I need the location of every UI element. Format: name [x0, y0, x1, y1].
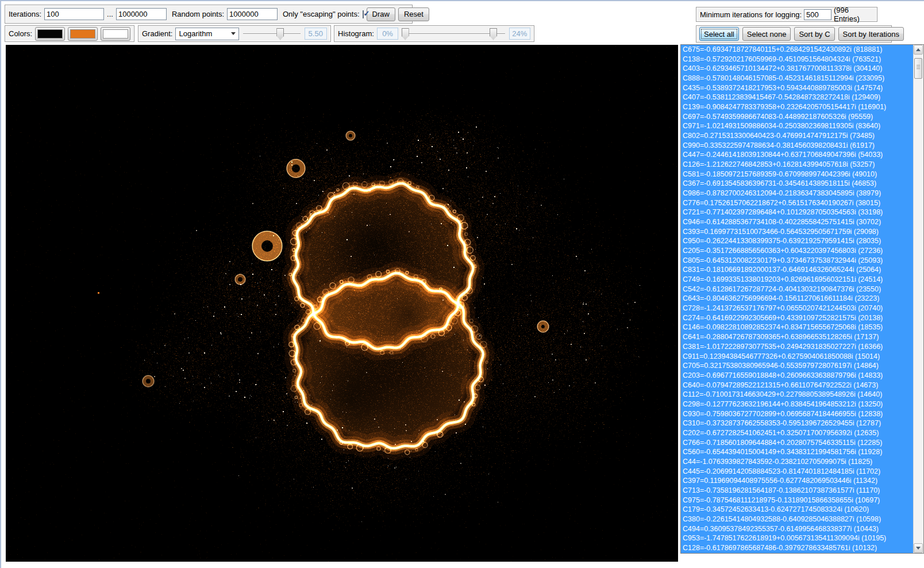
- list-item[interactable]: C139=-0.9084247783379358+0.2326420570515…: [681, 102, 913, 112]
- histogram-high-thumb[interactable]: [490, 28, 497, 40]
- list-item[interactable]: C381=-1.0172228973077535+0.2494293183502…: [681, 342, 913, 352]
- list-item[interactable]: C397=0.11969094408975556-0.6277482069503…: [681, 476, 913, 486]
- iterations-toolbar: Iterations: ... Random points: Only "esc…: [5, 5, 413, 24]
- sort-by-iterations-button[interactable]: Sort by Iterations: [838, 27, 904, 41]
- list-item[interactable]: C675=-0.6934718727840115+0.2684291542430…: [681, 45, 913, 55]
- list-item[interactable]: C203=-0.6967716559018848+0.2609663363887…: [681, 371, 913, 381]
- list-item[interactable]: C911=0.12394384546777326+0.6275904061850…: [681, 352, 913, 362]
- list-item[interactable]: C953=-1.7478517622618919+0.0056731354113…: [681, 534, 913, 543]
- black-swatch-fill: [37, 29, 63, 39]
- gradient-slider[interactable]: [242, 28, 302, 40]
- list-item[interactable]: C310=-0.37328737662558353-0.595139672652…: [681, 419, 913, 428]
- sort-by-c-button[interactable]: Sort by C: [794, 27, 834, 41]
- min-iterations-input[interactable]: [804, 9, 831, 20]
- list-item[interactable]: C643=-0.8046362756996694-0.1561127061661…: [681, 294, 913, 304]
- list-item[interactable]: C128=-0.6178697865687486-0.3979278633485…: [681, 543, 913, 553]
- gradient-slider-track[interactable]: [243, 33, 301, 34]
- list-item[interactable]: C393=0.16997731510073466-0.5645329505671…: [681, 227, 913, 237]
- list-item[interactable]: C380=-0.22615414804932588-0.640928504638…: [681, 515, 913, 524]
- log-entries-list: C675=-0.6934718727840115+0.2684291542430…: [680, 44, 924, 554]
- scroll-up-icon: [916, 48, 921, 51]
- list-item[interactable]: C447=-0.24461418039130844+0.637170684904…: [681, 150, 913, 160]
- list-item[interactable]: C641=-0.28804726787309365+0.638966535128…: [681, 332, 913, 342]
- scroll-up-button[interactable]: [914, 45, 923, 55]
- gradient-panel: Gradient: Logarithm 5.50: [138, 25, 331, 42]
- list-item[interactable]: C274=-0.6416922992305669+0.4339109725282…: [681, 313, 913, 323]
- list-item[interactable]: C112=-0.7100173146630429+0.2279880538954…: [681, 390, 913, 400]
- list-item[interactable]: C805=-0.6453120082230179+0.3734673753873…: [681, 256, 913, 266]
- white-swatch-fill: [103, 29, 128, 39]
- list-item[interactable]: C749=-0.16993351338019203+0.826961695603…: [681, 275, 913, 285]
- min-iterations-label: Minimum iterations for logging:: [700, 10, 802, 19]
- list-item[interactable]: C494=0.36095378492355357-0.6149956468338…: [681, 524, 913, 534]
- log-entries-rows: C675=-0.6934718727840115+0.2684291542430…: [681, 45, 913, 553]
- list-item[interactable]: C971=-1.0214931509886034-0.2503802369811…: [681, 121, 913, 131]
- list-item[interactable]: C407=-0.5381123839415467-0.5428487328272…: [681, 93, 913, 102]
- list-item[interactable]: C802=0.2715313300640423-0.47699147479121…: [681, 131, 913, 141]
- colors-panel: Colors:: [5, 25, 134, 42]
- gradient-value: 5.50: [305, 28, 327, 40]
- list-item[interactable]: C990=0.3353225974788634-0.38145603982084…: [681, 141, 913, 151]
- list-item[interactable]: C728=-1.2413726537176797+0.0655020742124…: [681, 304, 913, 313]
- list-item[interactable]: C435=-0.5389372418217953+0.5943440889785…: [681, 83, 913, 93]
- escaping-points-label: Only "escaping" points:: [283, 10, 360, 18]
- window-frame-top: [0, 0, 924, 1]
- list-item[interactable]: C138=-0.5729202176059969-0.4510951564804…: [681, 55, 913, 64]
- chevron-down-icon: [231, 32, 236, 35]
- list-item[interactable]: C713=-0.7358196281564187-0.1386210738736…: [681, 486, 913, 496]
- histogram-slider[interactable]: [401, 28, 506, 40]
- iterations-label: Iterations:: [9, 10, 41, 18]
- list-item[interactable]: C697=-0.5749359986674083-0.4489921876053…: [681, 112, 913, 122]
- list-item[interactable]: C930=-0.7598036727702899+0.0695687418446…: [681, 409, 913, 419]
- gradient-slider-thumb[interactable]: [276, 28, 284, 40]
- colors-label: Colors:: [9, 29, 32, 38]
- list-item[interactable]: C298=-0.12777623632196144+0.838454196485…: [681, 400, 913, 409]
- list-item[interactable]: C986=-0.8782700246312094-0.2183634738304…: [681, 189, 913, 198]
- list-item[interactable]: C560=-0.6544394015004149+0.3438312199458…: [681, 447, 913, 457]
- list-item[interactable]: C542=-0.6128617267287724-0.4041303219084…: [681, 285, 913, 294]
- list-item[interactable]: C445=-0.20699142058884523-0.814740181248…: [681, 467, 913, 477]
- select-all-button[interactable]: Select all: [699, 27, 739, 41]
- list-item[interactable]: C44=-1.0763939827843592-0.23821027050990…: [681, 457, 913, 467]
- fractal-canvas: [6, 45, 678, 562]
- list-item[interactable]: C975=-0.7875468111218975-0.1318901586635…: [681, 496, 913, 505]
- list-item[interactable]: C721=-0.7714023972896484+0.1012928705035…: [681, 208, 913, 217]
- list-scrollbar[interactable]: [913, 45, 923, 553]
- scroll-down-icon: [916, 547, 921, 550]
- list-item[interactable]: C831=-0.18106691892000137-0.646914632606…: [681, 265, 913, 275]
- entries-count: (996 Entries): [834, 6, 873, 23]
- list-item[interactable]: C205=-0.35172668856560363+0.604322039745…: [681, 246, 913, 256]
- scrollbar-grip-icon: [917, 67, 920, 67]
- list-item[interactable]: C367=-0.6913545836396731-0.3454614389518…: [681, 179, 913, 189]
- list-item[interactable]: C888=-0.5780148046157085-0.4523146181511…: [681, 74, 913, 83]
- select-none-button[interactable]: Select none: [742, 27, 791, 41]
- list-item[interactable]: C640=-0.07947289522121315+0.661107647922…: [681, 381, 913, 390]
- random-points-input[interactable]: [227, 8, 278, 20]
- range-separator: ...: [107, 10, 113, 18]
- iterations-max-input[interactable]: [116, 8, 167, 20]
- scrollbar-thumb[interactable]: [914, 58, 922, 79]
- histogram-high-value: 24%: [509, 28, 530, 40]
- histogram-slider-track[interactable]: [402, 33, 505, 34]
- list-item[interactable]: C705=0.32175380380965946-0.5535979728076…: [681, 361, 913, 371]
- color-swatch-white[interactable]: [101, 27, 130, 41]
- list-item[interactable]: C126=-1.212622746842853+0.16281439940576…: [681, 160, 913, 170]
- list-item[interactable]: C146=-0.09822810892852374+0.834715655672…: [681, 323, 913, 332]
- iterations-min-input[interactable]: [44, 8, 104, 20]
- list-item[interactable]: C179=-0.34572452633413-0.624727174508332…: [681, 505, 913, 515]
- list-item[interactable]: C776=0.17526157062218672+0.5615176340190…: [681, 198, 913, 208]
- gradient-select[interactable]: Logarithm: [175, 28, 239, 40]
- color-swatch-black[interactable]: [35, 27, 65, 41]
- histogram-low-thumb[interactable]: [402, 28, 409, 40]
- list-item[interactable]: C403=-0.6293465710134472+0.3817677008113…: [681, 64, 913, 74]
- list-item[interactable]: C946=-0.6142885367734108-0.4022855842575…: [681, 217, 913, 227]
- list-item[interactable]: C766=-0.7185601809644884+0.2028075754633…: [681, 438, 913, 448]
- list-item[interactable]: C950=-0.26224413308399375-0.639219257959…: [681, 236, 913, 246]
- reset-button[interactable]: Reset: [398, 7, 429, 21]
- scroll-down-button[interactable]: [914, 543, 923, 553]
- escaping-points-checkbox[interactable]: ✓: [363, 10, 364, 18]
- list-item[interactable]: C202=-0.6727282541062451+0.3250717007956…: [681, 428, 913, 438]
- list-item[interactable]: C581=-0.1850972157689359-0.6709989974042…: [681, 170, 913, 179]
- color-swatch-orange[interactable]: [68, 27, 98, 41]
- draw-button[interactable]: Draw: [367, 7, 395, 21]
